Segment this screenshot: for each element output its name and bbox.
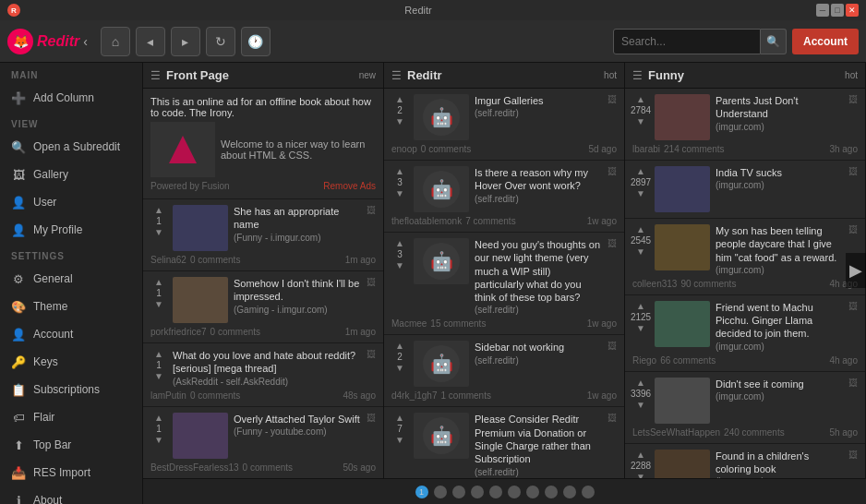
post-item[interactable]: ▲ 1 ▼ Overly Attached Taylor Swift (Funn…	[143, 407, 383, 478]
downvote-button[interactable]: ▼	[395, 260, 404, 271]
upvote-button[interactable]: ▲	[154, 413, 163, 424]
sidebar-item-label-add-column: Add Column	[33, 91, 94, 104]
back-button[interactable]: ◂	[136, 27, 165, 56]
refresh-button[interactable]: ↻	[206, 27, 235, 56]
post-time: 1m ago	[345, 255, 376, 265]
forward-button[interactable]: ▸	[171, 27, 200, 56]
post-item[interactable]: ▲ 2 ▼ 🤖 Sidebar not working (self.reditr…	[384, 335, 624, 407]
pagination-dot-3[interactable]	[471, 486, 484, 498]
post-vote: ▲ 1 ▼	[150, 413, 167, 446]
pagination-dot-2[interactable]	[452, 486, 465, 498]
upvote-button[interactable]: ▲	[395, 166, 404, 177]
upvote-button[interactable]: ▲	[154, 205, 163, 216]
sidebar-item-general[interactable]: ⚙General	[0, 265, 142, 293]
sidebar-item-add-column[interactable]: ➕Add Column	[0, 84, 142, 112]
post-time: 4h ago	[829, 355, 858, 366]
pagination-dot-9[interactable]	[582, 486, 595, 498]
upvote-button[interactable]: ▲	[636, 301, 645, 312]
logo-arrow[interactable]: ‹	[83, 34, 88, 49]
upvote-button[interactable]: ▲	[636, 94, 645, 105]
window-title: Reditr	[20, 5, 816, 16]
downvote-button[interactable]: ▼	[154, 435, 163, 446]
post-subreddit: (Gaming - i.imgur.com)	[234, 305, 361, 315]
post-item[interactable]: ▲ 3 ▼ 🤖 Is there a reason why my Hover O…	[384, 161, 624, 233]
upvote-button[interactable]: ▲	[395, 341, 404, 352]
account-button[interactable]: Account	[792, 29, 859, 54]
downvote-button[interactable]: ▼	[395, 435, 404, 446]
pagination-dot-5[interactable]	[508, 486, 521, 498]
post-item[interactable]: ▲ 2125 ▼ Friend went to Machu Picchu. Gi…	[625, 295, 865, 372]
sidebar-item-res-import[interactable]: 📥RES Import	[0, 459, 142, 486]
post-item[interactable]: ▲ 2897 ▼ India TV sucks (imgur.com) 🖼	[625, 161, 865, 219]
downvote-button[interactable]: ▼	[395, 116, 404, 127]
upvote-button[interactable]: ▲	[636, 224, 645, 235]
downvote-button[interactable]: ▼	[636, 116, 645, 127]
upvote-button[interactable]: ▲	[636, 378, 645, 389]
post-row: ▲ 3 ▼ 🤖 Need you guy's thoughts on our n…	[391, 238, 617, 315]
column-front-page: ☰ Front Page new This is an online ad fo…	[143, 63, 384, 478]
history-button[interactable]: 🕐	[241, 27, 271, 56]
downvote-button[interactable]: ▼	[154, 371, 163, 382]
remove-ads-button[interactable]: Remove Ads	[323, 181, 376, 191]
downvote-button[interactable]: ▼	[636, 323, 645, 334]
downvote-button[interactable]: ▼	[395, 188, 404, 199]
sidebar-item-theme[interactable]: 🎨Theme	[0, 293, 142, 320]
post-item[interactable]: ▲ 7 ▼ 🤖 Please Consider Reditr Premium v…	[384, 407, 624, 478]
pagination-dot-1[interactable]	[434, 486, 447, 498]
sidebar-item-flair[interactable]: 🏷Flair	[0, 403, 142, 431]
sidebar-item-top-bar[interactable]: ⬆Top Bar	[0, 431, 142, 459]
column-body-reditr: ▲ 2 ▼ 🤖 Imgur Galleries (self.reditr) 🖼 …	[384, 89, 624, 478]
downvote-button[interactable]: ▼	[154, 299, 163, 310]
post-item[interactable]: ▲ 1 ▼ What do you love and hate about re…	[143, 343, 383, 407]
sidebar-item-about[interactable]: ℹAbout	[0, 486, 142, 504]
upvote-button[interactable]: ▲	[395, 238, 404, 249]
sidebar-item-keys[interactable]: 🔑Keys	[0, 348, 142, 376]
home-button[interactable]: ⌂	[101, 27, 130, 56]
sidebar-item-label-about: About	[33, 494, 62, 504]
pagination-dot-8[interactable]	[563, 486, 576, 498]
post-time: 1w ago	[587, 318, 617, 329]
sidebar-item-user[interactable]: 👤User	[0, 188, 142, 216]
post-item[interactable]: ▲ 1 ▼ She has an appropriate name (Funny…	[143, 199, 383, 271]
upvote-button[interactable]: ▲	[636, 166, 645, 177]
pagination-dot-6[interactable]	[526, 486, 539, 498]
sidebar-item-subscriptions[interactable]: 📋Subscriptions	[0, 376, 142, 403]
pagination-dot-4[interactable]	[489, 486, 502, 498]
sidebar-item-gallery[interactable]: 🖼Gallery	[0, 161, 142, 188]
pagination-dot-0[interactable]: 1	[415, 486, 428, 498]
downvote-button[interactable]: ▼	[636, 246, 645, 258]
sidebar-item-open-subreddit[interactable]: 🔍Open a Subreddit	[0, 133, 142, 161]
post-item[interactable]: ▲ 1 ▼ Somehow I don't think I'll be impr…	[143, 271, 383, 343]
minimize-button[interactable]: ─	[816, 4, 829, 17]
snoo-icon: 🤖	[430, 178, 453, 200]
post-item[interactable]: ▲ 3 ▼ 🤖 Need you guy's thoughts on our n…	[384, 233, 624, 335]
maximize-button[interactable]: □	[831, 4, 844, 17]
post-item[interactable]: ▲ 2288 ▼ Found in a children's coloring …	[625, 444, 865, 478]
post-vote: ▲ 3 ▼	[391, 166, 408, 199]
next-column-button[interactable]: ▶	[846, 253, 866, 288]
post-row: ▲ 1 ▼ What do you love and hate about re…	[150, 349, 376, 387]
pagination-dot-7[interactable]	[545, 486, 558, 498]
search-button[interactable]: 🔍	[761, 29, 787, 54]
downvote-button[interactable]: ▼	[636, 400, 645, 411]
sidebar-item-my-profile[interactable]: 👤My Profile	[0, 216, 142, 244]
vote-count: 2288	[631, 461, 651, 472]
upvote-button[interactable]: ▲	[154, 349, 163, 360]
downvote-button[interactable]: ▼	[636, 472, 645, 478]
post-item[interactable]: ▲ 2 ▼ 🤖 Imgur Galleries (self.reditr) 🖼 …	[384, 89, 624, 161]
post-item[interactable]: ▲ 2545 ▼ My son has been telling people …	[625, 219, 865, 295]
upvote-button[interactable]: ▲	[395, 413, 404, 424]
close-button[interactable]: ✕	[846, 4, 859, 17]
upvote-button[interactable]: ▲	[395, 94, 404, 105]
sidebar-item-account[interactable]: 👤Account	[0, 320, 142, 348]
post-item[interactable]: ▲ 3396 ▼ Didn't see it coming (imgur.com…	[625, 372, 865, 444]
search-input[interactable]	[613, 29, 761, 54]
post-item[interactable]: ▲ 2784 ▼ Parents Just Don't Understand (…	[625, 89, 865, 161]
downvote-button[interactable]: ▼	[395, 363, 404, 374]
upvote-button[interactable]: ▲	[154, 277, 163, 288]
post-image-icon: 🖼	[607, 413, 617, 423]
downvote-button[interactable]: ▼	[154, 227, 163, 238]
keys-icon: 🔑	[11, 354, 26, 369]
downvote-button[interactable]: ▼	[636, 188, 645, 199]
upvote-button[interactable]: ▲	[636, 450, 645, 461]
